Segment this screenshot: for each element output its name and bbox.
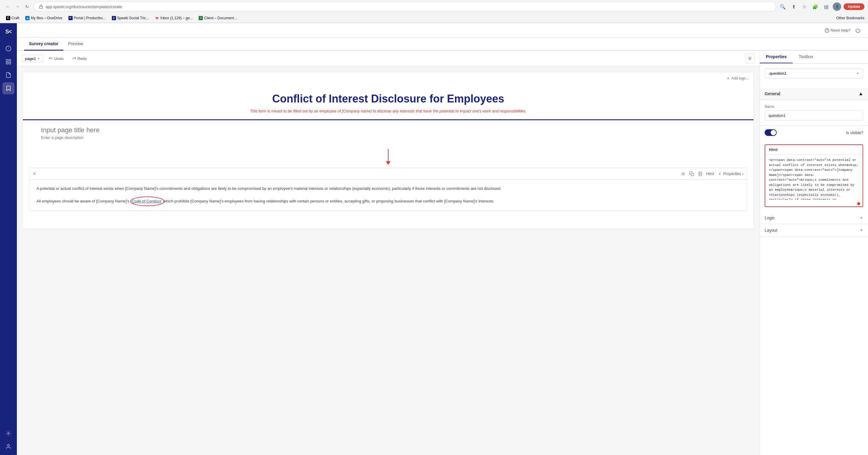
- gmail-icon: M: [155, 16, 159, 20]
- bookmark-craft[interactable]: C Craft: [4, 15, 22, 21]
- bookmark-onedrive[interactable]: ☁ My files – OneDrive: [23, 15, 65, 21]
- page-selector[interactable]: page1 ▼: [22, 55, 43, 62]
- profile-avatar[interactable]: 👤: [833, 2, 841, 11]
- question-p2-end: which prohibits [Company Name]'s employe…: [163, 199, 494, 203]
- name-field-input[interactable]: [765, 110, 863, 121]
- tab-properties[interactable]: Properties: [760, 51, 793, 63]
- sidebar-bottom: [2, 425, 14, 455]
- layout-section: Layout ▼: [760, 224, 868, 236]
- settings-button[interactable]: [745, 54, 755, 63]
- general-section-label: General: [765, 91, 780, 96]
- redo-button[interactable]: Redo: [69, 55, 90, 62]
- html-section: Html <p><span data-contrast="auto">A pot…: [765, 144, 863, 207]
- drag-handle-icon[interactable]: ≡: [33, 170, 36, 177]
- sidebar-item-profile[interactable]: [2, 441, 14, 453]
- down-arrow-icon: [386, 149, 391, 165]
- need-help-button[interactable]: Need help?: [825, 28, 851, 33]
- sidebar-item-document[interactable]: [2, 69, 14, 81]
- svg-point-6: [8, 433, 9, 434]
- layout-section-header[interactable]: Layout ▼: [760, 224, 868, 236]
- survey-header: Conflict of Interest Disclosure for Empl…: [23, 80, 753, 120]
- bookmark-button[interactable]: ☆: [800, 2, 809, 11]
- general-section-header[interactable]: General ▲: [760, 88, 868, 100]
- svg-rect-12: [691, 173, 694, 176]
- svg-point-13: [719, 173, 721, 174]
- browser-toolbar: ← → ↻ app.speeki.org/disclosures/templat…: [0, 0, 868, 13]
- svg-rect-0: [39, 6, 43, 8]
- canvas-area: page1 ▼ Undo Redo: [17, 51, 760, 455]
- html-section-footer: [765, 201, 863, 206]
- update-button[interactable]: Update: [844, 3, 864, 10]
- address-bar[interactable]: app.speeki.org/disclosures/templates/cre…: [34, 2, 776, 11]
- survey-title: Conflict of Interest Disclosure for Empl…: [41, 93, 735, 105]
- html-button[interactable]: Html: [706, 171, 714, 176]
- back-button[interactable]: ←: [4, 2, 12, 11]
- question-p2-start: All employees should be aware of [Compan…: [36, 199, 129, 203]
- page-desc-input[interactable]: [41, 135, 735, 140]
- layout-section-label: Layout: [765, 228, 777, 233]
- bookmark-speeki[interactable]: S Speeki Social Tric...: [110, 15, 151, 21]
- search-button[interactable]: 🔍: [778, 2, 787, 11]
- copy-icon-button[interactable]: [689, 171, 694, 176]
- nav-buttons: ← → ↻: [4, 2, 31, 11]
- bookmark-portal-label: Portal | Productbo...: [74, 16, 106, 20]
- sidebar-item-bookmark[interactable]: [2, 82, 14, 94]
- sidebar-item-settings[interactable]: [2, 427, 14, 439]
- sidebar-item-home[interactable]: [2, 42, 14, 55]
- other-bookmarks[interactable]: Other Bookmarks: [836, 16, 864, 20]
- add-logo-button[interactable]: Add logo...: [726, 76, 749, 80]
- is-visible-toggle[interactable]: [765, 129, 777, 136]
- question-block: ≡: [29, 168, 747, 210]
- properties-link-label: Properties: [723, 171, 741, 176]
- sidebar-item-grid[interactable]: [2, 56, 14, 68]
- sidebar-toggle-button[interactable]: ▤: [822, 2, 830, 11]
- extensions-button[interactable]: 🧩: [811, 2, 819, 11]
- refresh-button[interactable]: ↻: [23, 2, 31, 11]
- bookmark-portal[interactable]: P Portal | Productbo...: [66, 15, 108, 21]
- portal-icon: P: [68, 16, 73, 20]
- html-section-header: Html: [765, 145, 863, 155]
- undo-button[interactable]: Undo: [46, 55, 67, 62]
- chevron-right-icon: ›: [742, 171, 744, 176]
- tab-survey-creator[interactable]: Survey creator: [24, 38, 63, 51]
- top-bar-right: Need help?: [825, 28, 861, 33]
- logic-section-label: Logic: [765, 216, 775, 220]
- tab-preview[interactable]: Preview: [63, 38, 88, 51]
- forward-button[interactable]: →: [13, 2, 22, 11]
- page-title-input[interactable]: [41, 126, 735, 134]
- logic-section-header[interactable]: Logic ▼: [760, 212, 868, 224]
- question-selector[interactable]: .question1 ▼: [765, 68, 863, 78]
- survey-subtitle: This form is meant to be filled out by a…: [41, 109, 735, 113]
- layout-chevron-icon: ▼: [860, 228, 863, 232]
- tab-toolbox[interactable]: Toolbox: [793, 51, 819, 63]
- html-textarea[interactable]: <p><span data-contrast="auto">A potentia…: [765, 155, 863, 200]
- svg-point-10: [749, 58, 750, 59]
- bookmark-client[interactable]: C Client – Document...: [196, 15, 239, 21]
- settings-icon-button[interactable]: [681, 171, 686, 176]
- client-icon: C: [198, 16, 203, 20]
- svg-rect-4: [6, 62, 8, 64]
- bookmarks-bar: C Craft ☁ My files – OneDrive P Portal |…: [0, 13, 868, 23]
- tabs: Survey creator Preview: [17, 38, 868, 51]
- bookmark-onedrive-label: My files – OneDrive: [31, 16, 62, 20]
- html-error-dot: [857, 202, 860, 205]
- logic-chevron-icon: ▼: [860, 216, 863, 220]
- share-button[interactable]: ⬆: [789, 2, 798, 11]
- toggle-row: Is visible?: [760, 126, 868, 139]
- svg-rect-5: [9, 62, 11, 64]
- bookmark-gmail[interactable]: M Inbox (1,129) – ge...: [153, 15, 195, 21]
- bookmark-gmail-label: Inbox (1,129) – ge...: [160, 16, 193, 20]
- code-of-conduct-wrapper: Code of Conduct: [132, 198, 161, 205]
- svg-point-7: [7, 445, 10, 447]
- redo-label: Redo: [78, 56, 87, 61]
- svg-point-11: [683, 173, 684, 174]
- power-button[interactable]: [855, 28, 861, 33]
- canvas-toolbar: page1 ▼ Undo Redo: [17, 51, 760, 67]
- duplicate-icon-button[interactable]: [698, 171, 703, 176]
- code-of-conduct-link[interactable]: Code of Conduct: [132, 199, 161, 203]
- sidebar: S<: [0, 23, 17, 455]
- properties-link-button[interactable]: Properties ›: [718, 171, 744, 176]
- name-field-group: Name: [760, 100, 868, 126]
- arrow-indicator: [23, 146, 753, 168]
- name-field-label: Name: [765, 104, 863, 109]
